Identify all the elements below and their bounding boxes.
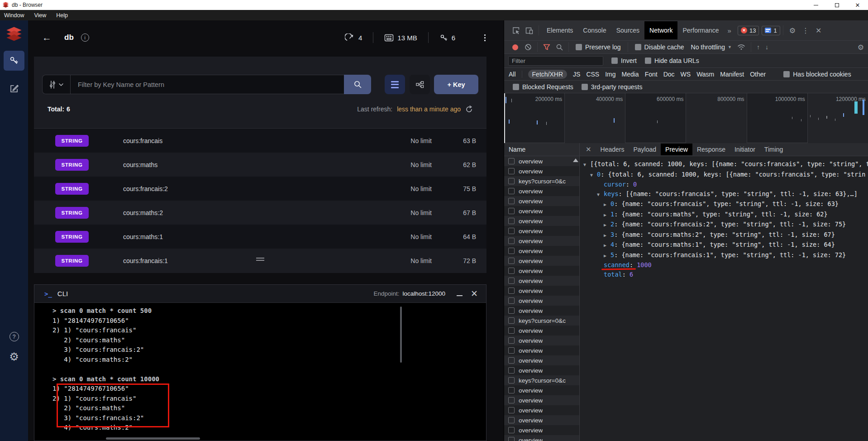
- expanded-arrow-icon[interactable]: ▼: [590, 171, 597, 180]
- blocked-requests-checkbox[interactable]: Blocked Requests: [513, 83, 573, 91]
- request-checkbox[interactable]: [508, 407, 515, 413]
- cli-vertical-scrollbar[interactable]: [400, 307, 402, 363]
- clear-icon[interactable]: [522, 43, 534, 51]
- table-row[interactable]: STRINGcours:mathsNo limit62 B: [34, 153, 486, 177]
- key-filter-input[interactable]: [71, 75, 344, 94]
- request-row[interactable]: overview: [504, 365, 579, 375]
- request-row[interactable]: overview: [504, 326, 579, 336]
- filter-funnel-icon[interactable]: [540, 44, 553, 50]
- type-filter-ws[interactable]: WS: [681, 71, 691, 78]
- help-button[interactable]: ?: [10, 332, 19, 341]
- info-icon[interactable]: i: [81, 34, 89, 42]
- back-button[interactable]: ←: [42, 32, 52, 43]
- table-row[interactable]: STRINGcours:francais:2No limit75 B: [34, 177, 486, 201]
- preserve-log-checkbox[interactable]: Preserve log: [576, 43, 621, 51]
- sidebar-workbench-button[interactable]: [4, 79, 24, 99]
- type-filter-manifest[interactable]: Manifest: [720, 71, 744, 78]
- export-har-icon[interactable]: ↓: [763, 43, 771, 51]
- detail-tab-initiator[interactable]: Initiator: [730, 144, 760, 155]
- json-tree-line[interactable]: ▶3: {name: "cours:maths:2", type: "strin…: [580, 230, 868, 240]
- json-tree-line[interactable]: ▶4: {name: "cours:maths:1", type: "strin…: [580, 240, 868, 250]
- json-tree-line[interactable]: ▼keys: [{name: "cours:francais", type: "…: [580, 189, 868, 200]
- request-row[interactable]: overview: [504, 355, 579, 365]
- request-checkbox[interactable]: [508, 158, 515, 164]
- request-checkbox[interactable]: [508, 297, 515, 304]
- devtools-close-icon[interactable]: ✕: [812, 26, 825, 35]
- request-checkbox[interactable]: [508, 188, 515, 194]
- request-checkbox[interactable]: [508, 337, 515, 344]
- request-checkbox[interactable]: [508, 417, 515, 423]
- tab-sources[interactable]: Sources: [611, 21, 644, 39]
- request-checkbox[interactable]: [508, 198, 515, 204]
- json-tree-line[interactable]: ▶1: {name: "cours:maths", type: "string"…: [580, 210, 868, 220]
- request-row[interactable]: overview: [504, 415, 579, 425]
- message-count-badge[interactable]: 1: [762, 26, 780, 35]
- close-detail-icon[interactable]: ✕: [580, 145, 596, 153]
- request-row[interactable]: overview: [504, 405, 579, 415]
- detail-tab-headers[interactable]: Headers: [596, 144, 629, 155]
- cli-output[interactable]: > scan 0 match * count 5001) "2814749767…: [34, 303, 486, 441]
- request-row[interactable]: overview: [504, 385, 579, 395]
- table-row[interactable]: STRINGcours:francaisNo limit63 B: [34, 129, 486, 153]
- request-checkbox[interactable]: [508, 218, 515, 224]
- request-row[interactable]: overview: [504, 336, 579, 345]
- throttling-dropdown[interactable]: No throttling ▼: [691, 43, 732, 51]
- request-row[interactable]: overview: [504, 256, 579, 266]
- request-checkbox[interactable]: [508, 228, 515, 234]
- collapsed-arrow-icon[interactable]: ▶: [604, 211, 610, 220]
- cli-horizontal-scrollbar[interactable]: [106, 437, 200, 440]
- type-filter-css[interactable]: CSS: [586, 71, 599, 78]
- request-row[interactable]: overview: [504, 286, 579, 296]
- invert-checkbox[interactable]: Invert: [611, 57, 637, 64]
- collapsed-arrow-icon[interactable]: ▶: [604, 241, 610, 250]
- detail-tab-preview[interactable]: Preview: [661, 144, 692, 155]
- json-tree-line[interactable]: ▶2: {name: "cours:francais:2", type: "st…: [580, 220, 868, 230]
- scroll-up-arrow[interactable]: [573, 158, 578, 162]
- record-icon[interactable]: [512, 44, 518, 50]
- json-tree-line[interactable]: ▶5: {name: "cours:francais:1", type: "st…: [580, 250, 868, 261]
- request-row[interactable]: keys?cursor=0&c: [504, 316, 579, 326]
- request-row[interactable]: keys?cursor=0&c: [504, 176, 579, 186]
- request-row[interactable]: overview: [504, 236, 579, 246]
- type-filter-media[interactable]: Media: [622, 71, 639, 78]
- type-filter-all[interactable]: All: [509, 71, 516, 78]
- detail-tab-response[interactable]: Response: [692, 144, 730, 155]
- error-count-badge[interactable]: ✕13: [738, 26, 759, 35]
- request-checkbox[interactable]: [508, 377, 515, 383]
- request-row[interactable]: overview: [504, 156, 579, 166]
- request-checkbox[interactable]: [508, 307, 515, 314]
- request-checkbox[interactable]: [508, 258, 515, 264]
- request-row[interactable]: overview: [504, 216, 579, 226]
- table-row[interactable]: STRINGcours:maths:2No limit67 B: [34, 201, 486, 225]
- request-row[interactable]: overview: [504, 166, 579, 176]
- request-checkbox[interactable]: [508, 178, 515, 184]
- request-checkbox[interactable]: [508, 268, 515, 274]
- request-checkbox[interactable]: [508, 397, 515, 403]
- json-tree-line[interactable]: total: 6: [580, 270, 868, 279]
- type-filter-wasm[interactable]: Wasm: [696, 71, 714, 78]
- request-checkbox[interactable]: [508, 278, 515, 284]
- request-row[interactable]: overview: [504, 246, 579, 256]
- request-row[interactable]: overview: [504, 266, 579, 276]
- json-tree-line[interactable]: ▼0: {total: 6, scanned: 1000, keys: [{na…: [580, 170, 868, 180]
- request-row[interactable]: keys?cursor=0&c: [504, 375, 579, 385]
- menu-help[interactable]: Help: [56, 12, 68, 19]
- inspect-icon[interactable]: [510, 27, 523, 34]
- request-row[interactable]: overview: [504, 425, 579, 435]
- request-checkbox[interactable]: [508, 317, 515, 324]
- request-checkbox[interactable]: [508, 427, 515, 433]
- expanded-arrow-icon[interactable]: ▼: [583, 160, 590, 170]
- request-row[interactable]: overview: [504, 196, 579, 206]
- add-key-button[interactable]: + Key: [434, 75, 478, 94]
- request-row[interactable]: overview: [504, 186, 579, 196]
- panel-resize-handle[interactable]: [256, 258, 264, 261]
- type-filter-doc[interactable]: Doc: [663, 71, 675, 78]
- collapsed-arrow-icon[interactable]: ▶: [604, 200, 610, 210]
- request-row[interactable]: overview: [504, 276, 579, 286]
- request-row[interactable]: overview: [504, 226, 579, 236]
- list-view-toggle[interactable]: [385, 75, 405, 94]
- detail-tab-payload[interactable]: Payload: [629, 144, 661, 155]
- json-tree-line[interactable]: ▶0: {name: "cours:francais", type: "stri…: [580, 199, 868, 210]
- name-column-header[interactable]: Name: [504, 143, 579, 156]
- expanded-arrow-icon[interactable]: ▼: [597, 190, 604, 200]
